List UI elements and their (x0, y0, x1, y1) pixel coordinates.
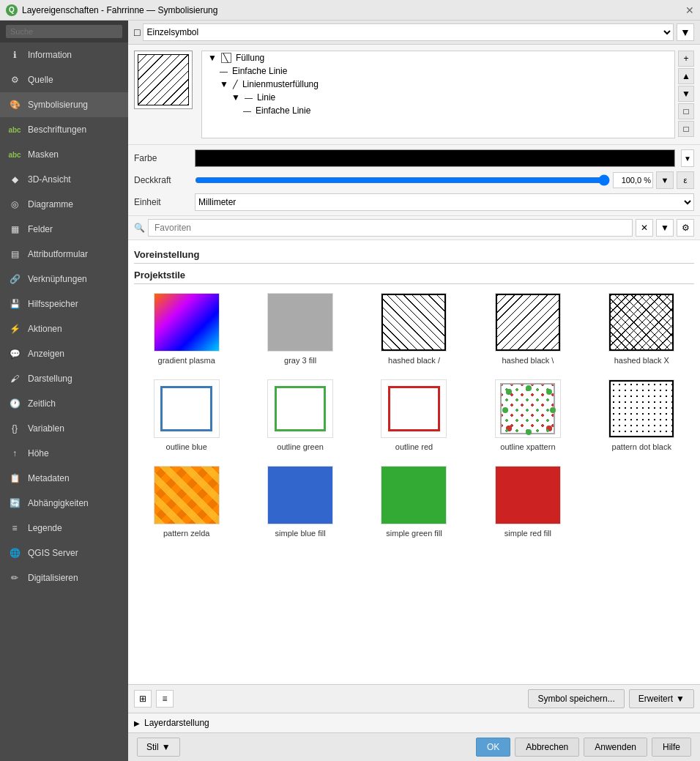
hatch-x-display (609, 294, 674, 351)
bottom-toolbar: ⊞ ≡ Symbol speichern... Erweitert ▼ (128, 684, 700, 713)
search-clear-btn[interactable]: ✕ (636, 219, 653, 237)
style-item-pattern-dot[interactable]: pattern dot black (589, 376, 694, 454)
sidebar-item-quelle[interactable]: ⚙ Quelle (0, 67, 128, 92)
sidebar-item-label-anzeigen: Anzeigen (28, 349, 64, 359)
sidebar-item-legende[interactable]: ≡ Legende (0, 516, 128, 541)
style-item-gradient-plasma[interactable]: gradient plasma (134, 290, 239, 368)
sidebar-item-masken[interactable]: abc Masken (0, 142, 128, 167)
sidebar-item-label-information: Information (28, 50, 72, 60)
abhangigkeiten-icon: 🔄 (7, 496, 22, 511)
tree-remove-btn[interactable]: □ (678, 121, 694, 137)
style-thumb-hashed-x (608, 293, 674, 352)
save-symbol-btn[interactable]: Symbol speichern... (528, 689, 624, 708)
sidebar-item-hohe[interactable]: ↑ Höhe (0, 441, 128, 466)
style-item-hashed-backslash[interactable]: hashed black \ (475, 290, 580, 368)
help-button[interactable]: Hilfe (652, 738, 691, 757)
tree-item-einfache-linie-1[interactable]: — Einfache Linie (202, 64, 674, 78)
heading-voreinstellung: Voreinstellung (134, 249, 694, 260)
style-btn[interactable]: Stil ▼ (137, 738, 180, 757)
grid-view-btn[interactable]: ⊞ (134, 690, 152, 708)
sidebar-item-information[interactable]: ℹ Information (0, 42, 128, 67)
style-label-outline-blue: outline blue (166, 442, 207, 451)
sidebar-search-input[interactable] (6, 25, 122, 38)
sidebar-item-digitalisieren[interactable]: ✏ Digitalisieren (0, 565, 128, 590)
style-thumb-pattern-zelda (154, 466, 220, 524)
tree-add-btn[interactable]: + (678, 51, 694, 67)
advanced-btn[interactable]: Erweitert ▼ (629, 689, 694, 708)
dialog-footer: Stil ▼ OK Abbrechen Anwenden Hilfe (128, 732, 700, 761)
outline-green-display (275, 386, 326, 431)
sidebar-item-verknupfungen[interactable]: 🔗 Verknüpfungen (0, 267, 128, 292)
color-dropdown[interactable]: ▼ (681, 149, 694, 167)
search-input[interactable] (154, 223, 626, 233)
tree-item-linie[interactable]: ▼ — Linie (202, 91, 674, 104)
tree-arrow-linienmuster: ▼ (220, 79, 228, 89)
opacity-slider[interactable] (195, 174, 610, 186)
sidebar-item-attributformular[interactable]: ▤ Attributformular (0, 242, 128, 267)
tree-copy-btn[interactable]: □ (678, 103, 694, 119)
tree-item-linienmusterfullung[interactable]: ▼ ╱ Linienmusterfüllung (202, 78, 674, 91)
style-item-outline-red[interactable]: outline red (362, 376, 466, 454)
tree-label-linienmusterfullung: Linienmusterfüllung (242, 79, 319, 89)
styles-menu-btn[interactable]: ⚙ (677, 219, 694, 237)
symbol-editor: ▼ ╲ Füllung — Einfache Linie ▼ ╱ Linienm… (128, 45, 700, 145)
search-dropdown-btn[interactable]: ▼ (656, 219, 674, 237)
style-item-hashed-slash[interactable]: hashed black / (362, 290, 466, 368)
color-picker[interactable] (195, 149, 675, 167)
beschriftungen-icon: abc (7, 122, 22, 137)
tree-label-linie: Linie (257, 92, 275, 103)
sidebar-item-aktionen[interactable]: ⚡ Aktionen (0, 316, 128, 341)
list-view-btn[interactable]: ≡ (156, 690, 174, 708)
sidebar-item-abhangigkeiten[interactable]: 🔄 Abhängigkeiten (0, 491, 128, 516)
tree-icon-einfache-linie-1: — (220, 67, 228, 75)
hilfsspeicher-icon: 💾 (7, 297, 22, 311)
sidebar-item-3d[interactable]: ◆ 3D-Ansicht (0, 167, 128, 192)
sidebar-item-qgis-server[interactable]: 🌐 QGIS Server (0, 541, 128, 565)
sidebar-item-diagramme[interactable]: ◎ Diagramme (0, 192, 128, 217)
style-item-gray-fill[interactable]: gray 3 fill (247, 290, 352, 368)
ok-button[interactable]: OK (476, 738, 510, 757)
pattern-dot-display (609, 380, 674, 437)
toolbar-dropdown-btn[interactable]: ▼ (677, 23, 694, 41)
sidebar-item-anzeigen[interactable]: 💬 Anzeigen (0, 341, 128, 366)
sidebar-item-variablen[interactable]: {} Variablen (0, 416, 128, 441)
sidebar-item-label-diagramme: Diagramme (28, 199, 73, 209)
style-item-simple-blue[interactable]: simple blue fill (247, 463, 352, 541)
style-item-hashed-x[interactable]: hashed black X (589, 290, 694, 368)
opacity-dropdown-btn[interactable]: ▼ (656, 171, 674, 189)
sidebar-item-symbolisierung[interactable]: 🎨 Symbolisierung (0, 92, 128, 117)
symbol-type-select[interactable]: Einzelsymbol (143, 23, 674, 41)
sidebar-item-metadaten[interactable]: 📋 Metadaten (0, 466, 128, 491)
sidebar-item-beschriftungen[interactable]: abc Beschriftungen (0, 117, 128, 142)
close-button[interactable]: ✕ (685, 4, 694, 16)
opacity-expression-btn[interactable]: ε (677, 171, 694, 189)
tree-up-btn[interactable]: ▲ (678, 68, 694, 84)
unit-select[interactable]: Millimeter (195, 193, 694, 211)
style-label-outline-green: outline green (277, 442, 324, 451)
style-item-outline-green[interactable]: outline green (247, 376, 352, 454)
anzeigen-icon: 💬 (7, 346, 22, 361)
sidebar-item-hilfsspeicher[interactable]: 💾 Hilfsspeicher (0, 292, 128, 316)
style-item-pattern-zelda[interactable]: pattern zelda (134, 463, 239, 541)
style-item-outline-xpattern[interactable]: outline xpattern (475, 376, 580, 454)
sidebar-item-zeitlich[interactable]: 🕐 Zeitlich (0, 391, 128, 416)
gray-fill-display (268, 294, 332, 351)
sidebar-item-darstellung[interactable]: 🖌 Darstellung (0, 366, 128, 391)
cancel-button[interactable]: Abbrechen (515, 738, 579, 757)
sidebar-item-label-aktionen: Aktionen (28, 324, 62, 334)
tree-item-fullung[interactable]: ▼ ╲ Füllung (202, 51, 674, 64)
style-item-outline-blue[interactable]: outline blue (134, 376, 239, 454)
layer-section[interactable]: ▶ Layerdarstellung (128, 713, 700, 732)
style-item-simple-red[interactable]: simple red fill (475, 463, 580, 541)
simple-red-display (496, 467, 560, 524)
sidebar-item-felder[interactable]: ▦ Felder (0, 217, 128, 242)
tree-item-einfache-linie-2[interactable]: — Einfache Linie (202, 104, 674, 117)
style-item-simple-green[interactable]: simple green fill (362, 463, 466, 541)
style-thumb-simple-red (495, 466, 561, 524)
simple-green-display (381, 467, 446, 524)
styles-container: Voreinstellung Projektstile gradient pla… (128, 240, 700, 684)
tree-down-btn[interactable]: ▼ (678, 86, 694, 102)
layer-arrow-icon: ▶ (134, 719, 140, 727)
style-label-gradient-plasma: gradient plasma (158, 356, 215, 365)
apply-button[interactable]: Anwenden (584, 738, 647, 757)
